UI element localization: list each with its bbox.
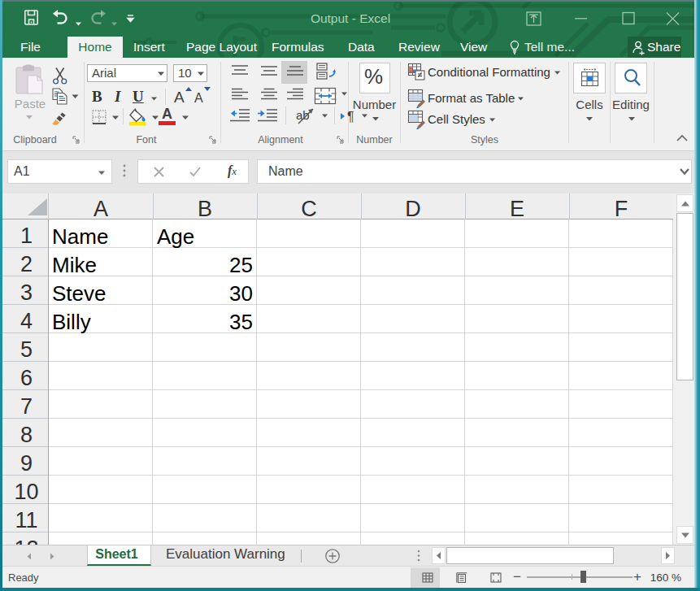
svg-text:¶: ¶ xyxy=(347,110,354,124)
